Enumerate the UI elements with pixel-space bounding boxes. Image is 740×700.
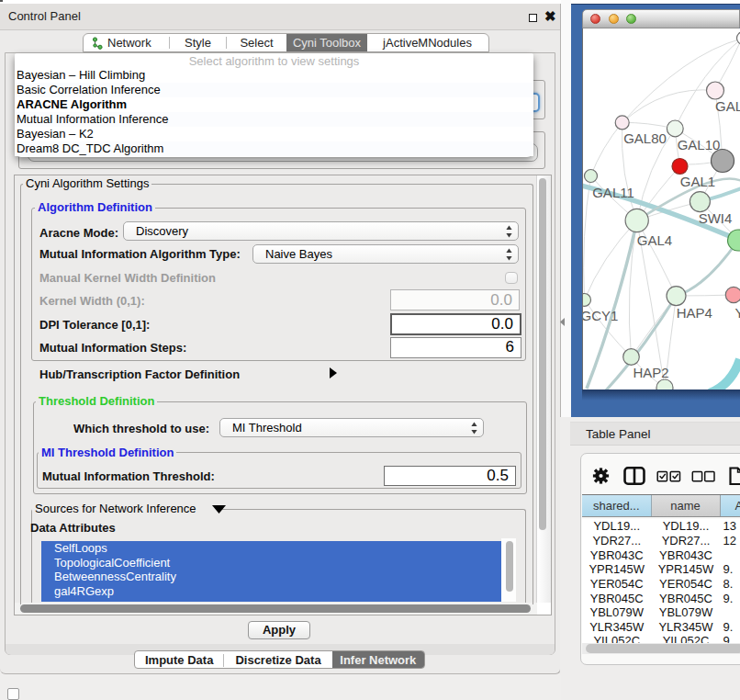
svg-text:HAP2: HAP2	[633, 365, 668, 380]
svg-text:HAP4: HAP4	[677, 305, 712, 321]
svg-text:GAL11: GAL11	[592, 185, 634, 200]
svg-text:GAL80: GAL80	[623, 130, 667, 146]
svg-text:GAL4: GAL4	[637, 232, 672, 248]
svg-text:GAL7: GAL7	[715, 98, 740, 114]
svg-text:GAL10: GAL10	[678, 137, 721, 152]
svg-text:GAL1: GAL1	[680, 174, 715, 189]
svg-text:SWI4: SWI4	[699, 210, 733, 226]
svg-text:GCY1: GCY1	[583, 308, 618, 323]
svg-text:YD: YD	[735, 305, 740, 321]
